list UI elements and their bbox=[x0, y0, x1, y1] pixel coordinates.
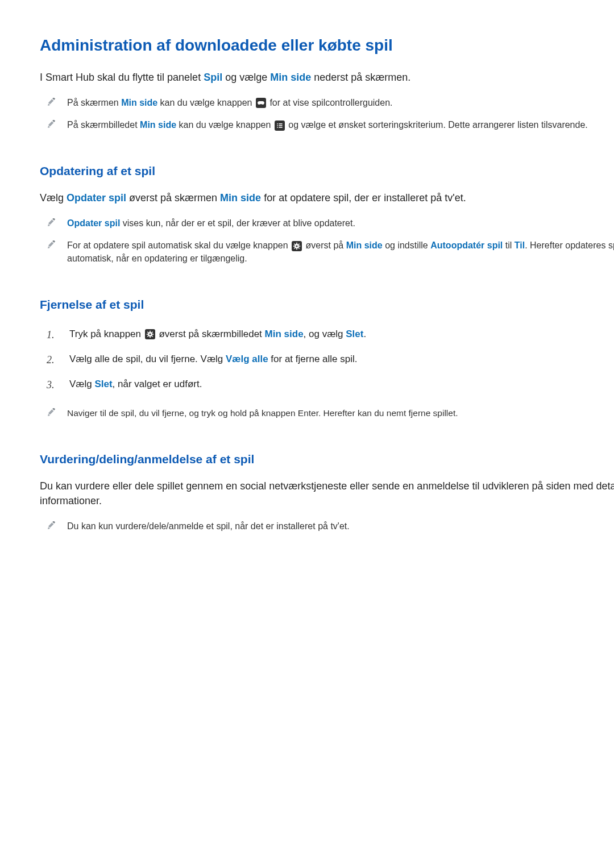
emphasis-min-side: Min side bbox=[121, 98, 157, 107]
note-item: På skærmbilledet Min side kan du vælge k… bbox=[40, 115, 614, 137]
note-item: Opdater spil vises kun, når der er et sp… bbox=[40, 213, 614, 235]
note-item: På skærmen Min side kan du vælge knappen… bbox=[40, 93, 614, 115]
rate-notes: Du kan kun vurdere/dele/anmelde et spil,… bbox=[40, 516, 614, 538]
pencil-icon bbox=[47, 218, 56, 227]
emphasis-til: Til bbox=[515, 240, 525, 250]
step-text: Vælg alle de spil, du vil fjerne. Vælg V… bbox=[69, 352, 357, 367]
text: kan du vælge knappen bbox=[176, 120, 273, 130]
emphasis-opdater-spil: Opdater spil bbox=[67, 218, 120, 228]
emphasis-min-side: Min side bbox=[346, 240, 383, 250]
text: for at opdatere spil, der er installeret… bbox=[261, 192, 466, 203]
pencil-icon bbox=[47, 408, 56, 417]
intro-notes: På skærmen Min side kan du vælge knappen… bbox=[40, 93, 614, 137]
note-text: Naviger til de spil, du vil fjerne, og t… bbox=[67, 407, 458, 420]
text: Tryk på knappen bbox=[69, 329, 144, 339]
emphasis-min-side: Min side bbox=[270, 72, 311, 83]
section-heading-rate: Vurdering/deling/anmeldelse af et spil bbox=[40, 451, 614, 468]
text: og vælge et ønsket sorteringskriterium. … bbox=[286, 120, 588, 130]
text: øverst på skærmen bbox=[126, 192, 220, 203]
text: for at fjerne alle spil. bbox=[268, 354, 358, 364]
section-heading-update: Opdatering af et spil bbox=[40, 163, 614, 180]
update-intro: Vælg Opdater spil øverst på skærmen Min … bbox=[40, 190, 614, 205]
gear-icon bbox=[292, 241, 302, 251]
note-item: Naviger til de spil, du vil fjerne, og t… bbox=[40, 404, 614, 425]
remove-steps: Tryk på knappen øverst på skærmbilledet … bbox=[40, 324, 614, 399]
pencil-icon bbox=[47, 240, 56, 249]
text: vises kun, når der er et spil, der kræve… bbox=[120, 218, 355, 228]
note-text: Opdater spil vises kun, når der er et sp… bbox=[67, 217, 355, 230]
text: øverst på bbox=[303, 240, 346, 250]
text: øverst på skærmbilledet bbox=[156, 329, 265, 339]
text: For at opdatere spil automatisk skal du … bbox=[67, 240, 291, 250]
section-heading-remove: Fjernelse af et spil bbox=[40, 296, 614, 313]
step-item: Vælg alle de spil, du vil fjerne. Vælg V… bbox=[40, 349, 614, 374]
note-text: For at opdatere spil automatisk skal du … bbox=[67, 239, 614, 265]
text: I Smart Hub skal du flytte til panelet bbox=[40, 72, 204, 83]
emphasis-autoopdater: Autoopdatér spil bbox=[430, 240, 503, 250]
pencil-icon bbox=[47, 521, 56, 530]
update-notes: Opdater spil vises kun, når der er et sp… bbox=[40, 213, 614, 271]
text: nederst på skærmen. bbox=[311, 72, 410, 83]
controller-icon bbox=[256, 98, 266, 108]
emphasis-slet: Slet bbox=[94, 379, 112, 389]
note-item: Du kan kun vurdere/dele/anmelde et spil,… bbox=[40, 516, 614, 538]
text: På skærmen bbox=[67, 98, 121, 107]
emphasis-slet: Slet bbox=[346, 329, 363, 339]
text: . bbox=[363, 329, 366, 339]
emphasis-min-side: Min side bbox=[140, 120, 176, 130]
pencil-icon bbox=[47, 97, 56, 106]
note-text: På skærmen Min side kan du vælge knappen… bbox=[67, 96, 393, 109]
page-title: Administration af downloadede eller købt… bbox=[40, 34, 614, 57]
text: , og vælg bbox=[304, 329, 346, 339]
text: Vælg bbox=[40, 192, 67, 203]
text: På skærmbilledet bbox=[67, 120, 140, 130]
emphasis-opdater-spil: Opdater spil bbox=[67, 192, 126, 203]
gear-icon bbox=[145, 329, 155, 339]
note-text: På skærmbilledet Min side kan du vælge k… bbox=[67, 118, 588, 131]
pencil-icon bbox=[47, 119, 56, 128]
text: kan du vælge knappen bbox=[157, 98, 255, 107]
emphasis-spil: Spil bbox=[204, 72, 222, 83]
emphasis-min-side: Min side bbox=[220, 192, 261, 203]
step-item: Vælg Slet, når valget er udført. bbox=[40, 374, 614, 399]
note-item: For at opdatere spil automatisk skal du … bbox=[40, 235, 614, 271]
text: og indstille bbox=[383, 240, 431, 250]
text: Vælg bbox=[69, 379, 94, 389]
note-text: Du kan kun vurdere/dele/anmelde et spil,… bbox=[67, 520, 350, 533]
text: , når valget er udført. bbox=[113, 379, 202, 389]
step-text: Vælg Slet, når valget er udført. bbox=[69, 377, 202, 392]
step-text: Tryk på knappen øverst på skærmbilledet … bbox=[69, 327, 366, 342]
emphasis-vaelg-alle: Vælg alle bbox=[226, 354, 268, 364]
list-icon bbox=[275, 121, 285, 131]
intro-paragraph: I Smart Hub skal du flytte til panelet S… bbox=[40, 70, 614, 85]
step-item: Tryk på knappen øverst på skærmbilledet … bbox=[40, 324, 614, 349]
text: for at vise spilcontrollerguiden. bbox=[267, 98, 393, 107]
text: til bbox=[503, 240, 514, 250]
rate-intro: Du kan vurdere eller dele spillet gennem… bbox=[40, 479, 614, 508]
remove-subnote-list: Naviger til de spil, du vil fjerne, og t… bbox=[40, 404, 614, 425]
text: og vælge bbox=[222, 72, 270, 83]
emphasis-min-side: Min side bbox=[265, 329, 304, 339]
text: Vælg alle de spil, du vil fjerne. Vælg bbox=[69, 354, 226, 364]
